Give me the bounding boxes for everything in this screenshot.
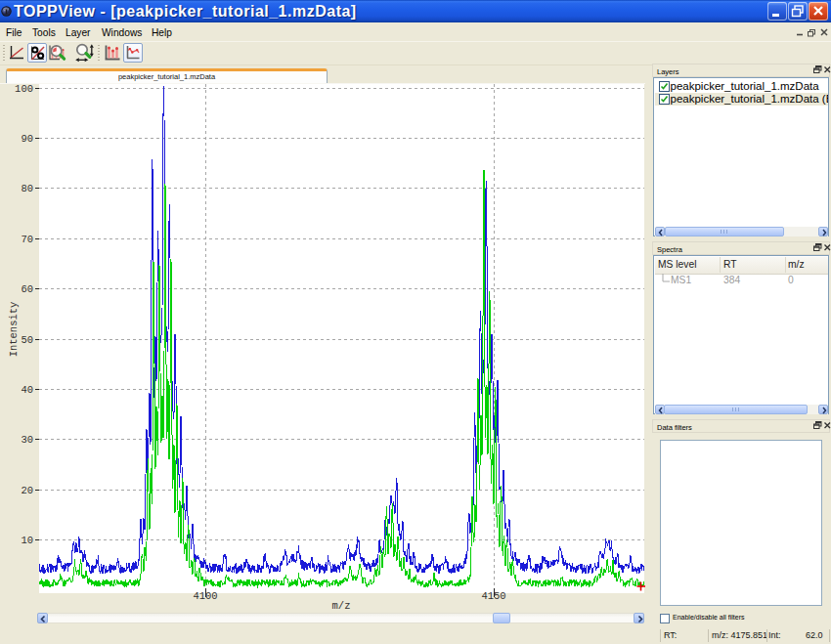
svg-text:4150: 4150: [481, 590, 505, 602]
svg-text:60: 60: [21, 283, 33, 295]
svg-text:20: 20: [21, 485, 33, 496]
svg-text:30: 30: [21, 434, 33, 446]
svg-text:m/z: m/z: [332, 600, 351, 611]
svg-text:4100: 4100: [193, 590, 217, 602]
svg-text:40: 40: [21, 384, 33, 396]
svg-text:50: 50: [21, 334, 33, 346]
svg-text:70: 70: [21, 234, 33, 245]
svg-text:90: 90: [21, 133, 33, 145]
svg-text:100: 100: [15, 84, 33, 95]
svg-text:Intensity: Intensity: [8, 302, 20, 358]
svg-text:80: 80: [21, 183, 33, 194]
svg-text:10: 10: [21, 535, 33, 546]
